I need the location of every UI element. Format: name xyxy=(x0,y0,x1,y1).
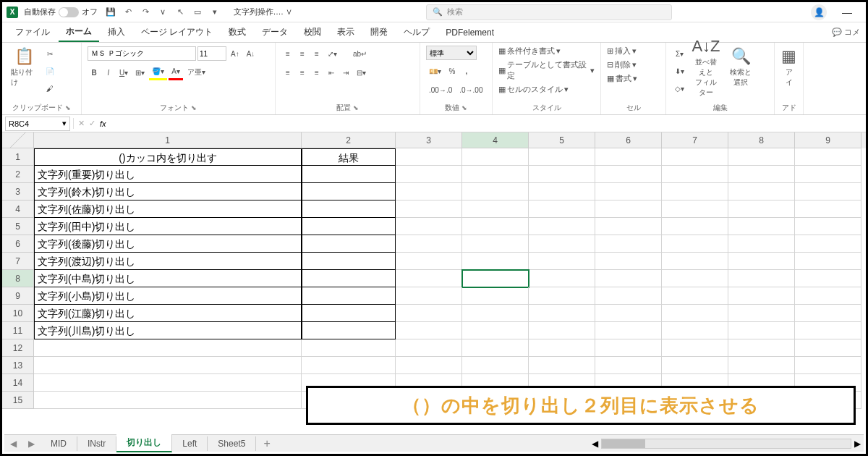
cell[interactable] xyxy=(662,218,728,235)
autosave-toggle[interactable]: 自動保存 オフ xyxy=(24,7,98,17)
tab-help[interactable]: ヘルプ xyxy=(396,23,437,41)
copy-button[interactable]: 📄 xyxy=(43,63,57,79)
cell[interactable]: 文字列(渡辺)切り出し xyxy=(34,253,302,270)
cell[interactable] xyxy=(595,253,662,270)
cell[interactable] xyxy=(795,253,861,270)
percent-button[interactable]: % xyxy=(446,63,459,79)
cell[interactable]: 結果 xyxy=(302,148,396,166)
align-middle-button[interactable]: ≡ xyxy=(296,46,309,62)
user-avatar[interactable]: 👤 xyxy=(811,4,827,20)
cell[interactable] xyxy=(396,253,462,270)
cell[interactable] xyxy=(595,287,662,305)
cell[interactable] xyxy=(529,166,595,183)
cell[interactable] xyxy=(595,235,662,253)
row-header[interactable]: 8 xyxy=(2,270,34,287)
row-header[interactable]: 3 xyxy=(2,183,34,200)
row-header[interactable]: 15 xyxy=(2,392,34,409)
orientation-button[interactable]: ⤢▾ xyxy=(325,46,340,62)
cell[interactable] xyxy=(795,200,861,218)
increase-decimal-button[interactable]: .00→.0 xyxy=(426,82,455,98)
cell[interactable] xyxy=(302,166,396,183)
scrollbar-thumb[interactable] xyxy=(602,439,645,448)
tab-insert[interactable]: 挿入 xyxy=(101,23,132,41)
cell[interactable] xyxy=(396,183,462,200)
row-header[interactable]: 12 xyxy=(2,339,34,357)
format-painter-button[interactable]: 🖌 xyxy=(43,80,57,96)
cell[interactable] xyxy=(728,270,795,287)
cell[interactable] xyxy=(396,235,462,253)
cell[interactable] xyxy=(529,287,595,305)
font-color-button[interactable]: A▾ xyxy=(169,64,183,80)
cancel-formula-icon[interactable]: ✕ xyxy=(78,119,85,128)
cell[interactable] xyxy=(728,200,795,218)
cell[interactable] xyxy=(728,218,795,235)
sheet-tab-kiridashi[interactable]: 切り出し xyxy=(116,434,172,452)
cell[interactable] xyxy=(595,218,662,235)
tab-pdfelement[interactable]: PDFelement xyxy=(438,25,501,41)
cell[interactable] xyxy=(302,322,396,339)
cell[interactable] xyxy=(795,235,861,253)
row-header[interactable]: 2 xyxy=(2,166,34,183)
row-header[interactable]: 13 xyxy=(2,357,34,374)
cell[interactable] xyxy=(34,339,302,357)
cell[interactable] xyxy=(595,305,662,322)
cell[interactable]: ()カッコ内を切り出す xyxy=(34,148,302,166)
cell[interactable] xyxy=(728,235,795,253)
cell[interactable] xyxy=(302,235,396,253)
sheet-tab-left[interactable]: Left xyxy=(172,436,208,451)
cell[interactable] xyxy=(662,357,728,374)
cell[interactable] xyxy=(728,357,795,374)
delete-cells-button[interactable]: ⊟ 削除 ▾ xyxy=(607,59,637,70)
addins-button[interactable]: ▦アイ xyxy=(780,46,797,89)
row-header[interactable]: 10 xyxy=(2,305,34,322)
cell[interactable] xyxy=(396,339,462,357)
italic-button[interactable]: I xyxy=(102,64,115,80)
align-right-button[interactable]: ≡ xyxy=(310,64,323,80)
scroll-right-icon[interactable]: ▶ xyxy=(851,439,864,449)
cell[interactable] xyxy=(662,287,728,305)
cell[interactable] xyxy=(728,148,795,166)
comma-button[interactable]: , xyxy=(460,63,473,79)
align-bottom-button[interactable]: ≡ xyxy=(310,46,323,62)
cell[interactable] xyxy=(396,218,462,235)
column-header[interactable]: 2 xyxy=(302,132,396,148)
cell[interactable] xyxy=(529,148,595,166)
cut-button[interactable]: ✂ xyxy=(43,46,57,62)
row-header[interactable]: 9 xyxy=(2,287,34,305)
launcher-icon[interactable]: ⬊ xyxy=(461,104,467,111)
cell[interactable] xyxy=(595,322,662,339)
cell[interactable] xyxy=(662,183,728,200)
cell[interactable] xyxy=(595,270,662,287)
paste-button[interactable]: 📋貼り付け xyxy=(8,46,40,89)
cell[interactable]: 文字列(江藤)切り出し xyxy=(34,305,302,322)
fill-color-button[interactable]: 🪣▾ xyxy=(149,64,167,80)
name-box[interactable]: R8C4 ▾ xyxy=(5,117,70,131)
cell[interactable] xyxy=(529,322,595,339)
row-header[interactable]: 14 xyxy=(2,374,34,392)
row-header[interactable]: 4 xyxy=(2,200,34,218)
cell[interactable] xyxy=(662,166,728,183)
chevron-down-icon[interactable]: ▾ xyxy=(62,119,67,128)
cell[interactable] xyxy=(795,183,861,200)
select-all-corner[interactable] xyxy=(2,132,34,148)
font-name-select[interactable] xyxy=(88,46,196,61)
autosum-button[interactable]: Σ▾ xyxy=(672,46,687,62)
cell[interactable] xyxy=(728,322,795,339)
minimize-icon[interactable]: — xyxy=(833,2,861,22)
cell[interactable] xyxy=(795,166,861,183)
bold-button[interactable]: B xyxy=(88,64,101,80)
undo-icon[interactable]: ↶ xyxy=(122,7,134,18)
cell[interactable] xyxy=(302,218,396,235)
cell[interactable] xyxy=(529,305,595,322)
phonetic-button[interactable]: ア亜▾ xyxy=(184,64,208,80)
cell[interactable] xyxy=(529,200,595,218)
cell[interactable] xyxy=(662,339,728,357)
tab-view[interactable]: 表示 xyxy=(330,23,362,41)
cell[interactable] xyxy=(595,148,662,166)
search-input[interactable]: 🔍 検索 xyxy=(426,4,672,20)
redo-icon[interactable]: ↷ xyxy=(140,7,151,18)
column-header[interactable]: 8 xyxy=(728,132,795,148)
cell[interactable] xyxy=(462,270,529,287)
filename-label[interactable]: 文字列操作.… ∨ xyxy=(234,7,292,17)
enter-formula-icon[interactable]: ✓ xyxy=(89,119,95,128)
